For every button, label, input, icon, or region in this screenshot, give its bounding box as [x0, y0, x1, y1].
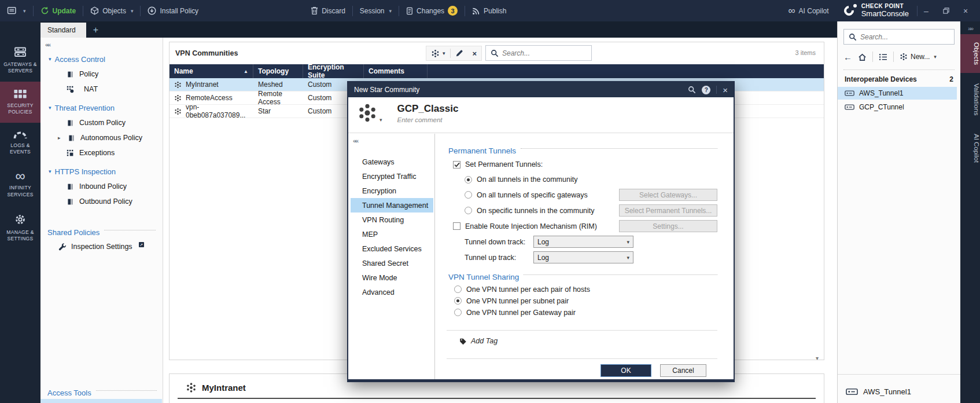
nav-item-inspection-settings[interactable]: Inspection Settings ↗	[40, 239, 163, 254]
list-view-icon[interactable]	[879, 53, 887, 61]
side-tab-ai-copilot[interactable]: AI Copilot	[960, 126, 980, 171]
dialog-nav-encrypted-traffic[interactable]: Encrypted Traffic	[351, 169, 433, 184]
sidebar-item-infinity-services[interactable]: ∞ INFINITY SERVICES	[0, 163, 40, 205]
close-button[interactable]: ×	[957, 3, 974, 19]
checkbox-checked-icon[interactable]	[453, 161, 460, 168]
comment-field[interactable]: Enter comment	[397, 116, 459, 123]
side-tab-validations[interactable]: Validations	[960, 75, 980, 123]
install-policy-button[interactable]: Install Policy	[141, 0, 205, 21]
app-menu-button[interactable]: ▾	[0, 0, 33, 21]
dialog-nav-gateways[interactable]: Gateways	[351, 155, 433, 169]
nav-item-policy[interactable]: Policy	[40, 67, 163, 82]
expand-panel-icon[interactable]: »»	[960, 21, 980, 32]
checkbox-icon[interactable]	[453, 222, 460, 230]
radio-specific-tunnels[interactable]: On specific tunnels in the community Sel…	[448, 204, 717, 217]
new-community-button[interactable]: ▾	[426, 46, 450, 60]
cancel-button[interactable]: Cancel	[660, 364, 706, 377]
objects-search-input[interactable]	[860, 33, 951, 41]
side-tab-objects[interactable]: Objects	[960, 34, 980, 73]
dialog-nav-excluded-services[interactable]: Excluded Services	[351, 241, 433, 256]
collapse-panel-icon[interactable]: ««	[40, 38, 163, 48]
column-header-name[interactable]: Name ▲	[170, 64, 253, 78]
ok-button[interactable]: OK	[600, 364, 651, 377]
update-button[interactable]: Update	[34, 0, 83, 21]
column-header-filler	[428, 64, 824, 78]
dialog-nav-vpn-routing[interactable]: VPN Routing	[351, 213, 433, 227]
nav-item-nat[interactable]: NAT	[40, 82, 163, 97]
add-tag-button[interactable]: Add Tag	[459, 337, 498, 345]
discard-button[interactable]: Discard	[304, 0, 352, 21]
sidebar-label: LOGS & EVENTS	[2, 142, 39, 155]
tunnel-up-track-select[interactable]: Log ▾	[533, 251, 633, 263]
dialog-nav-mep[interactable]: MEP	[351, 227, 433, 241]
help-icon[interactable]: ?	[702, 86, 710, 94]
access-tools-header[interactable]: Access Tools	[40, 389, 163, 397]
heading-label: Permanent Tunnels	[448, 146, 516, 155]
rim-settings-button[interactable]: Settings...	[619, 220, 717, 232]
radio-selected-icon[interactable]	[454, 297, 462, 305]
section-https-inspection[interactable]: ▾ HTTPS Inspection	[40, 164, 163, 179]
rim-checkbox-row[interactable]: Enable Route Injection Mechanism (RIM) S…	[448, 220, 717, 232]
select-gateways-button[interactable]: Select Gateways...	[619, 189, 717, 201]
dialog-titlebar[interactable]: New Star Community ? ×	[348, 82, 734, 97]
scroll-down-icon[interactable]: ▾	[816, 355, 819, 361]
column-header-topology[interactable]: Topology	[253, 64, 303, 78]
session-menu-button[interactable]: Session ▾	[353, 0, 399, 21]
nav-item-outbound-policy[interactable]: Outbound Policy	[40, 194, 163, 209]
dialog-nav-encryption[interactable]: Encryption	[351, 184, 433, 198]
changes-button[interactable]: Changes 3	[399, 0, 465, 21]
minimize-button[interactable]: –	[918, 3, 935, 19]
nav-item-autonomous-policy[interactable]: ▸ Autonomous Policy	[40, 130, 163, 145]
sidebar-item-security-policies[interactable]: SECURITY POLICIES	[0, 82, 40, 123]
select-permanent-tunnels-button[interactable]: Select Permanent Tunnels...	[619, 204, 717, 217]
radio-specific-gateways[interactable]: On all tunnels of specific gateways Sele…	[448, 189, 717, 201]
dialog-nav-tunnel-management[interactable]: Tunnel Management	[351, 198, 433, 213]
restore-button[interactable]	[937, 3, 955, 19]
publish-button[interactable]: Publish	[465, 0, 513, 21]
radio-gateway-pair[interactable]: One VPN tunnel per Gateway pair	[448, 307, 717, 318]
delete-button[interactable]: ×	[468, 46, 482, 60]
nav-item-custom-policy[interactable]: Custom Policy	[40, 115, 163, 130]
set-permanent-tunnels-checkbox[interactable]: Set Permanent Tunnels:	[448, 159, 717, 170]
back-arrow-icon[interactable]: ←	[843, 52, 852, 62]
ai-copilot-button[interactable]: ∞ AI Copilot	[781, 0, 835, 21]
radio-icon[interactable]	[465, 207, 472, 214]
close-icon[interactable]: ×	[723, 85, 728, 95]
tab-standard[interactable]: Standard	[40, 23, 86, 38]
objects-menu-button[interactable]: Objects ▾	[83, 0, 140, 21]
sidebar-item-logs-events[interactable]: LOGS & EVENTS	[0, 123, 40, 163]
nav-item-exceptions[interactable]: Exceptions	[40, 145, 163, 160]
add-tab-button[interactable]: +	[86, 23, 105, 38]
radio-selected-icon[interactable]	[465, 176, 472, 184]
community-name-field[interactable]: GCP_Classic	[397, 103, 459, 115]
column-header-comments[interactable]: Comments	[364, 64, 428, 78]
radio-host-pair[interactable]: One VPN tunnel per each pair of hosts	[448, 284, 717, 295]
radio-subnet-pair[interactable]: One VPN tunnel per subnet pair	[448, 295, 717, 306]
radio-icon[interactable]	[454, 285, 462, 293]
list-item[interactable]: GCP_CTunnel	[838, 101, 957, 113]
radio-icon[interactable]	[454, 309, 462, 316]
dialog-nav-advanced[interactable]: Advanced	[351, 285, 433, 299]
chevron-right-icon[interactable]: ▸	[58, 135, 62, 141]
list-item[interactable]: AWS_Tunnel1	[838, 87, 957, 100]
section-threat-prevention[interactable]: ▾ Threat Prevention	[40, 100, 163, 115]
home-icon[interactable]	[858, 53, 867, 61]
selected-tool-row-partial[interactable]	[40, 399, 162, 403]
collapse-panel-icon[interactable]: ««	[348, 134, 434, 144]
dialog-nav-wire-mode[interactable]: Wire Mode	[351, 270, 433, 285]
radio-icon[interactable]	[465, 191, 472, 199]
radio-all-tunnels[interactable]: On all tunnels in the community	[448, 174, 717, 185]
sidebar-item-manage-settings[interactable]: MANAGE & SETTINGS	[0, 206, 40, 250]
search-input[interactable]	[502, 49, 593, 57]
column-header-encryption-suite[interactable]: Encryption Suite	[303, 64, 364, 78]
ai-copilot-label: AI Copilot	[799, 7, 829, 15]
tunnel-down-track-select[interactable]: Log ▾	[533, 236, 633, 248]
sidebar-item-gateways-servers[interactable]: GATEWAYS & SERVERS	[0, 39, 40, 82]
dialog-nav-shared-secret[interactable]: Shared Secret	[351, 256, 433, 270]
search-icon[interactable]	[688, 86, 696, 94]
new-object-button[interactable]: New... ▾	[900, 53, 937, 61]
nav-item-inbound-policy[interactable]: Inbound Policy	[40, 179, 163, 194]
edit-button[interactable]	[451, 46, 468, 60]
section-access-control[interactable]: ▾ Access Control	[40, 52, 163, 67]
community-type-picker[interactable]: ▾	[358, 103, 382, 123]
